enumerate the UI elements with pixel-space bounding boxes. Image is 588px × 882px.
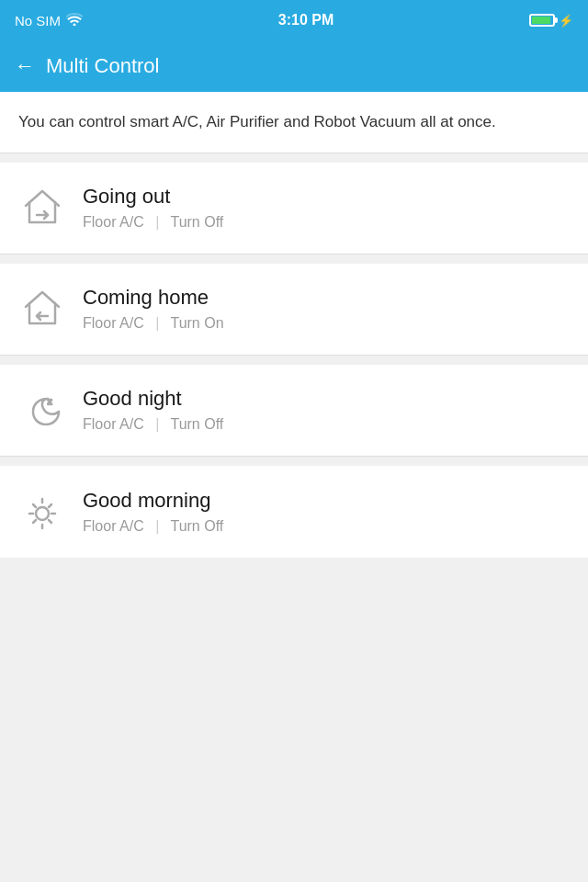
good-morning-title: Good morning [83,489,223,513]
description-section: You can control smart A/C, Air Purifier … [0,92,588,153]
good-night-content: Good night Floor A/C | Turn Off [83,387,223,433]
svg-line-8 [33,504,36,507]
svg-point-3 [36,507,49,520]
svg-text:z: z [48,397,52,406]
svg-line-9 [49,520,51,523]
separator-3 [0,457,588,466]
good-morning-subtitle: Floor A/C | Turn Off [83,518,223,535]
separator-1 [0,254,588,264]
list-item-going-out[interactable]: Going out Floor A/C | Turn Off [0,163,588,254]
going-out-content: Going out Floor A/C | Turn Off [83,185,223,231]
good-night-action: Turn Off [170,416,223,432]
status-time: 3:10 PM [278,12,334,28]
battery-icon [529,14,555,27]
page-title: Multi Control [46,54,159,78]
going-out-device: Floor A/C [83,214,144,230]
coming-home-device: Floor A/C [83,315,144,331]
good-night-subtitle: Floor A/C | Turn Off [83,416,223,433]
going-out-icon [18,184,66,232]
good-night-separator: | [155,416,159,432]
separator-2 [0,356,588,365]
good-morning-icon [18,488,66,536]
header: ← Multi Control [0,40,588,92]
good-night-title: Good night [83,387,223,411]
status-bar: No SIM 3:10 PM ⚡ [0,0,588,40]
going-out-title: Going out [83,185,223,209]
good-morning-device: Floor A/C [83,518,144,534]
going-out-separator: | [155,214,159,230]
description-text: You can control smart A/C, Air Purifier … [18,110,570,134]
svg-line-11 [33,520,36,523]
charging-icon: ⚡ [559,14,573,28]
good-morning-separator: | [155,518,159,534]
good-night-device: Floor A/C [83,416,144,432]
good-morning-content: Good morning Floor A/C | Turn Off [83,489,223,535]
status-left: No SIM [15,13,83,28]
list-item-good-morning[interactable]: Good morning Floor A/C | Turn Off [0,466,588,558]
wifi-icon [66,13,83,28]
status-right: ⚡ [529,14,573,28]
control-list: Going out Floor A/C | Turn Off Coming ho… [0,163,588,558]
coming-home-icon [18,285,66,333]
carrier-label: No SIM [15,13,61,28]
coming-home-content: Coming home Floor A/C | Turn On [83,286,224,332]
battery-fill [532,17,550,24]
coming-home-subtitle: Floor A/C | Turn On [83,315,224,332]
going-out-action: Turn Off [170,214,223,230]
going-out-subtitle: Floor A/C | Turn Off [83,214,223,231]
coming-home-action: Turn On [170,315,223,331]
good-morning-action: Turn Off [170,518,223,534]
list-item-coming-home[interactable]: Coming home Floor A/C | Turn On [0,264,588,356]
coming-home-title: Coming home [83,286,224,310]
back-button[interactable]: ← [15,54,35,78]
list-item-good-night[interactable]: z Good night Floor A/C | Turn Off [0,365,588,457]
good-night-icon: z [18,386,66,434]
svg-line-10 [49,504,51,507]
coming-home-separator: | [155,315,159,331]
